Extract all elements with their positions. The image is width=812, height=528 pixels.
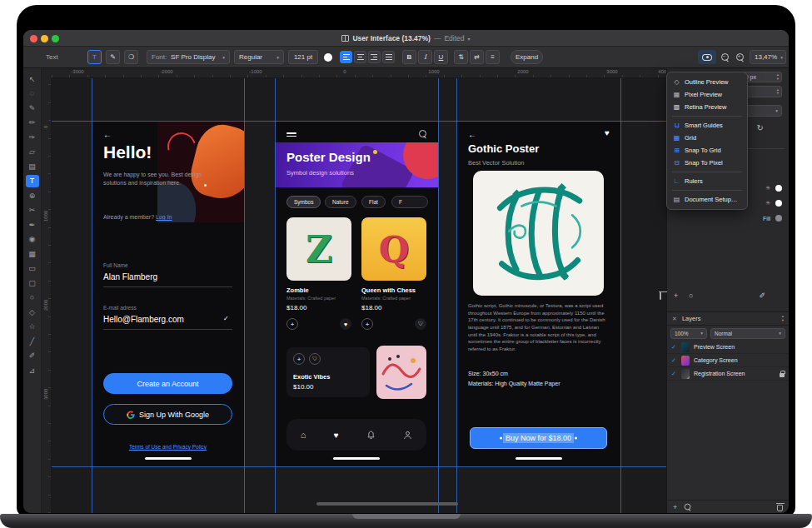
canvas[interactable]: ← Hello! We are happy to see you. Best d… bbox=[52, 78, 666, 513]
table-tool[interactable]: ▤ bbox=[26, 160, 39, 172]
align-right-button[interactable] bbox=[368, 51, 381, 63]
rotate-icon[interactable]: ↻ bbox=[757, 123, 764, 132]
eyedropper-tool[interactable]: ✒ bbox=[26, 218, 39, 231]
expand-button[interactable]: Expand bbox=[511, 50, 543, 64]
check-icon[interactable]: ✓ bbox=[671, 371, 677, 377]
zoom-tool[interactable]: ◉ bbox=[26, 233, 39, 246]
polygon-tool[interactable]: ◇ bbox=[26, 306, 39, 318]
menu-item-document-setup[interactable]: ▤ Document Setup… bbox=[667, 193, 747, 206]
menu-item-grid[interactable]: ▦ Grid bbox=[667, 132, 747, 144]
align-left-button[interactable] bbox=[340, 51, 352, 63]
favorite-button[interactable]: ♡ bbox=[309, 353, 321, 365]
terms-link[interactable]: Terms of Use and Privacy Policy bbox=[129, 444, 207, 450]
vector-tool[interactable]: ✐ bbox=[26, 350, 39, 362]
menu-icon[interactable] bbox=[286, 131, 296, 138]
move-tool[interactable]: ↖ bbox=[26, 72, 39, 85]
favorite-button[interactable]: ♡ bbox=[415, 318, 426, 330]
fill-row[interactable]: Fill bbox=[763, 215, 782, 222]
measure-tool[interactable]: ⊿ bbox=[26, 364, 39, 376]
profile-icon[interactable] bbox=[403, 431, 412, 440]
fullname-field[interactable]: Alan Flamberg bbox=[103, 272, 157, 281]
add-to-cart-button[interactable]: + bbox=[286, 318, 298, 330]
transform-tool[interactable]: ⊕ bbox=[26, 189, 39, 202]
scissors-tool[interactable]: ✂ bbox=[26, 204, 39, 217]
back-arrow-icon[interactable]: ← bbox=[103, 130, 112, 139]
exotic-vibes-card[interactable]: + ♡ Exotic Vibes $10.00 bbox=[286, 347, 370, 397]
zoom-level-dropdown[interactable]: 13,47% ▾ bbox=[750, 50, 786, 64]
star-tool[interactable]: ☆ bbox=[26, 321, 39, 333]
text-tool[interactable]: T bbox=[26, 175, 39, 187]
view-options-button[interactable] bbox=[698, 50, 716, 64]
eraser-tool[interactable]: ▱ bbox=[26, 146, 39, 158]
panel-scroll-arrows[interactable]: ▴▾ bbox=[782, 315, 784, 322]
trash-icon[interactable] bbox=[660, 292, 661, 300]
layer-row-category-screen[interactable]: ✓ Category Screen bbox=[667, 354, 789, 367]
font-family-dropdown[interactable]: Font: SF Pro Display ▾ bbox=[147, 50, 230, 64]
pencil-tool[interactable]: ✏ bbox=[26, 117, 39, 129]
pill-nature[interactable]: Nature bbox=[325, 196, 356, 208]
rounded-rectangle-tool[interactable]: ▢ bbox=[26, 276, 39, 289]
home-icon[interactable]: ⌂ bbox=[301, 430, 306, 440]
horizontal-scrollbar[interactable] bbox=[316, 502, 458, 506]
buy-now-button[interactable]: Buy Now for $18.00 bbox=[470, 427, 607, 449]
color-swatch[interactable] bbox=[775, 215, 782, 222]
paragraph-button[interactable]: ≡ bbox=[486, 50, 500, 64]
queen-card-image[interactable]: Q bbox=[361, 217, 426, 281]
add-layer-icon[interactable]: + bbox=[673, 503, 677, 511]
exotic-card-image[interactable] bbox=[376, 346, 426, 399]
menu-item-rulers[interactable]: ∟ Rulers bbox=[667, 175, 747, 187]
artboard-registration-screen[interactable]: ← Hello! We are happy to see you. Best d… bbox=[92, 121, 244, 466]
pill-symbos[interactable]: Symbos bbox=[286, 196, 321, 208]
lasso-tool[interactable]: ◌ bbox=[26, 87, 39, 100]
rectangle-tool[interactable]: ▭ bbox=[26, 262, 39, 275]
email-field[interactable]: Hello@Flamberg.com bbox=[103, 315, 184, 324]
check-icon[interactable]: ✓ bbox=[671, 357, 677, 364]
notifications-icon[interactable] bbox=[366, 431, 376, 440]
favorite-button[interactable]: ♥ bbox=[340, 318, 351, 330]
color-swatch[interactable] bbox=[775, 200, 782, 207]
color-style-toggle[interactable]: ❍ bbox=[124, 50, 138, 64]
google-signup-button[interactable]: Sign Up With Google bbox=[103, 404, 232, 425]
add-to-cart-button[interactable]: + bbox=[361, 318, 373, 330]
back-arrow-icon[interactable]: ← bbox=[468, 130, 476, 139]
close-icon[interactable]: ✕ bbox=[672, 316, 677, 322]
menu-item-outline-preview[interactable]: ◇ Outline Preview bbox=[667, 76, 747, 88]
gear-icon[interactable]: ✳ bbox=[765, 200, 770, 207]
ellipse-icon[interactable]: ○ bbox=[689, 291, 693, 300]
favorite-icon[interactable]: ♥ bbox=[605, 128, 610, 137]
vector-style-toggle[interactable]: ✎ bbox=[106, 50, 120, 64]
edited-menu[interactable]: Edited bbox=[444, 34, 464, 42]
favorites-icon[interactable]: ♥ bbox=[334, 431, 339, 440]
artboard-preview-screen[interactable]: ← ♥ Gothic Poster Best Vector Solution bbox=[456, 121, 620, 466]
add-to-cart-button[interactable]: + bbox=[293, 353, 305, 365]
stepper-icon[interactable]: ▴▾ bbox=[777, 73, 779, 81]
underline-button[interactable]: U bbox=[434, 50, 448, 64]
pill-flat[interactable]: Flat bbox=[361, 196, 386, 208]
font-weight-dropdown[interactable]: Regular ▾ bbox=[234, 50, 284, 64]
gear-icon[interactable]: ✳ bbox=[765, 185, 770, 192]
pen-tool[interactable]: ✎ bbox=[26, 102, 39, 114]
menu-item-pixel-preview[interactable]: ▦ Pixel Preview bbox=[667, 88, 747, 101]
text-style-toggle[interactable]: T bbox=[87, 50, 102, 64]
text-color-swatch[interactable] bbox=[324, 53, 332, 62]
line-spacing-button[interactable]: ⇅ bbox=[454, 50, 468, 64]
brush-tool[interactable]: ✑ bbox=[26, 131, 39, 143]
font-size-field[interactable]: 121 pt bbox=[288, 50, 318, 64]
poster-card[interactable] bbox=[473, 171, 604, 296]
stepper-icon[interactable]: ▴▾ bbox=[777, 88, 779, 96]
color-swatch[interactable] bbox=[775, 185, 782, 192]
grid-tool[interactable]: ▦ bbox=[26, 247, 39, 260]
check-icon[interactable]: ✓ bbox=[671, 344, 677, 351]
letter-spacing-button[interactable]: ⇄ bbox=[470, 50, 484, 64]
artboard-category-screen[interactable]: Poster Design Symbol design solutions Sy… bbox=[275, 121, 438, 466]
italic-button[interactable]: I bbox=[418, 50, 432, 64]
trash-icon[interactable] bbox=[777, 505, 783, 511]
pill-partial[interactable]: F bbox=[391, 196, 428, 208]
ellipse-tool[interactable]: ○ bbox=[26, 291, 39, 304]
layer-row-preview-screen[interactable]: ✓ Preview Screen bbox=[667, 341, 789, 354]
opacity-dropdown[interactable]: 100% ▾ bbox=[670, 328, 707, 339]
search-layers-icon[interactable] bbox=[685, 503, 692, 511]
menu-item-snap-to-pixel[interactable]: ⊟ Snap To Pixel bbox=[667, 157, 747, 169]
menu-item-smart-guides[interactable]: ⊔ Smart Guides bbox=[667, 119, 747, 132]
style-row[interactable]: ✳ bbox=[765, 200, 782, 207]
